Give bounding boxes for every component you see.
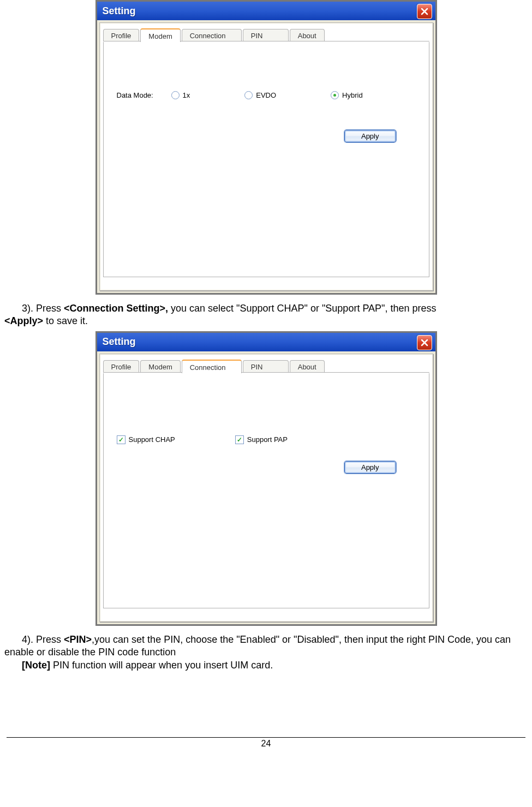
- dialog-body: Profile Modem Connection PIN About ✓ Sup…: [99, 354, 433, 622]
- apply-wrap: Apply: [344, 130, 396, 142]
- instr-bold: <PIN>: [64, 634, 92, 645]
- note-text: PIN function will appear when you insert…: [50, 660, 273, 671]
- data-mode-row: Data Mode: 1x EVDO Hybrid: [117, 91, 418, 99]
- checkbox-label: Support PAP: [247, 435, 288, 444]
- instr-lead: 3). Press: [22, 303, 64, 314]
- tab-profile[interactable]: Profile: [103, 29, 140, 41]
- tab-strip: Profile Modem Connection PIN About: [100, 23, 433, 41]
- radio-label: Hybrid: [342, 91, 363, 99]
- checkbox-support-chap[interactable]: ✓ Support CHAP: [117, 435, 175, 444]
- radio-hybrid[interactable]: Hybrid: [331, 91, 363, 99]
- document-page: Setting Profile Modem Connection PIN Abo…: [0, 0, 532, 756]
- titlebar[interactable]: Setting: [97, 2, 435, 20]
- setting-window-modem: Setting Profile Modem Connection PIN Abo…: [95, 0, 437, 295]
- tab-about[interactable]: About: [290, 360, 325, 373]
- tab-connection[interactable]: Connection: [182, 360, 242, 373]
- radio-label: EVDO: [256, 91, 276, 99]
- instr-text: you can select "Support CHAP" or "Suppor…: [168, 303, 436, 314]
- tab-profile[interactable]: Profile: [103, 360, 140, 373]
- tab-pin[interactable]: PIN: [243, 29, 289, 41]
- checkmark-icon: ✓: [237, 437, 242, 443]
- checkbox-icon: ✓: [235, 435, 244, 444]
- instr-bold: <Apply>: [4, 315, 43, 326]
- tab-about[interactable]: About: [290, 29, 325, 41]
- checkmark-icon: ✓: [118, 437, 124, 443]
- window-title: Setting: [103, 336, 136, 348]
- tab-panel: ✓ Support CHAP ✓ Support PAP Apply: [103, 373, 429, 608]
- close-button[interactable]: [417, 335, 432, 350]
- instruction-4: 4). Press <PIN>,you can set the PIN, cho…: [4, 633, 528, 672]
- radio-dot-icon: [333, 94, 336, 97]
- radio-evdo[interactable]: EVDO: [244, 91, 276, 99]
- close-button[interactable]: [417, 4, 432, 19]
- tab-modem[interactable]: Modem: [140, 360, 180, 373]
- close-icon: [421, 339, 428, 346]
- tab-modem[interactable]: Modem: [140, 28, 180, 42]
- close-icon: [421, 8, 428, 15]
- radio-label: 1x: [183, 91, 190, 99]
- tab-panel: Data Mode: 1x EVDO Hybrid: [103, 42, 429, 277]
- radio-1x[interactable]: 1x: [171, 91, 190, 99]
- apply-button[interactable]: Apply: [344, 461, 396, 474]
- page-footer: 24: [7, 737, 525, 749]
- apply-button[interactable]: Apply: [344, 130, 396, 142]
- radio-icon: [171, 91, 180, 99]
- data-mode-label: Data Mode:: [117, 91, 171, 99]
- checkbox-support-pap[interactable]: ✓ Support PAP: [235, 435, 288, 444]
- tab-pin[interactable]: PIN: [243, 360, 289, 373]
- checkbox-label: Support CHAP: [129, 435, 175, 444]
- checkbox-icon: ✓: [117, 435, 125, 444]
- radio-icon: [331, 91, 339, 99]
- radio-icon: [244, 91, 253, 99]
- setting-window-connection: Setting Profile Modem Connection PIN Abo…: [95, 331, 437, 626]
- tab-connection[interactable]: Connection: [182, 29, 242, 41]
- tab-border: [103, 372, 429, 373]
- tab-strip: Profile Modem Connection PIN About: [100, 354, 433, 373]
- instruction-3: 3). Press <Connection Setting>, you can …: [4, 302, 528, 328]
- apply-wrap: Apply: [344, 461, 396, 474]
- titlebar[interactable]: Setting: [97, 333, 435, 351]
- window-title: Setting: [103, 5, 136, 17]
- dialog-body: Profile Modem Connection PIN About Data …: [99, 22, 433, 291]
- radio-group: 1x EVDO Hybrid: [171, 91, 418, 99]
- page-number: 24: [261, 739, 271, 748]
- instr-lead: 4). Press: [22, 634, 64, 645]
- instr-bold: <Connection Setting>,: [64, 303, 168, 314]
- checkbox-row: ✓ Support CHAP ✓ Support PAP: [117, 435, 288, 444]
- instr-text: to save it.: [43, 315, 88, 326]
- note-label: [Note]: [22, 660, 50, 671]
